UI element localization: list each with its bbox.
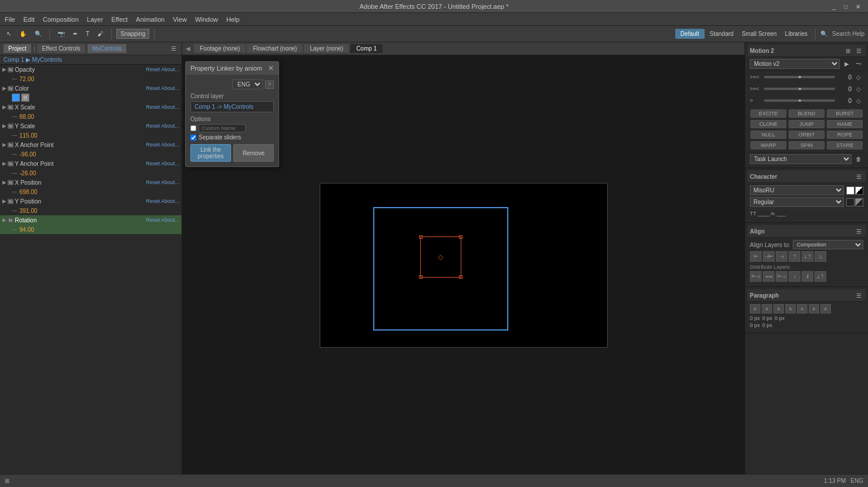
comp-nav-left[interactable]: ◀ [186, 45, 190, 52]
expand-yscale[interactable]: ▶ [2, 123, 6, 129]
start-btn[interactable]: ⊞ [5, 478, 9, 484]
menu-composition[interactable]: Composition [43, 16, 79, 23]
dist-5-btn[interactable]: ⇕ [802, 271, 813, 282]
close-btn[interactable]: ✕ [853, 2, 863, 12]
menu-animation[interactable]: Animation [136, 16, 165, 23]
align-hcenter-btn[interactable]: ⊣⊢ [763, 251, 775, 262]
para-justify3-btn[interactable]: ≡ [809, 304, 819, 313]
help-btn[interactable]: ? [265, 81, 274, 89]
opacity-about[interactable]: About... [161, 66, 179, 72]
remove-btn[interactable]: Remove [233, 144, 274, 162]
mixed-color-swatch[interactable] [855, 186, 863, 195]
xanchor-about[interactable]: About... [161, 142, 179, 148]
footage-tab[interactable]: Footage (none) [194, 44, 246, 53]
menu-view[interactable]: View [173, 16, 187, 23]
color-swatch[interactable] [12, 94, 20, 102]
opacity-reset[interactable]: Reset [146, 66, 160, 72]
dist-4-btn[interactable]: ↕ [789, 271, 800, 282]
align-vcenter-btn[interactable]: ⊥⊤ [802, 251, 813, 262]
rope-btn[interactable]: ROPE [827, 131, 863, 139]
slider-keyframe-btn-2[interactable]: ◇ [854, 84, 863, 94]
small-screen-workspace-btn[interactable]: Small Screen [739, 29, 779, 39]
expand-rotation[interactable]: ▶ [2, 217, 6, 223]
yscale-reset[interactable]: Reset [146, 123, 160, 129]
stare-btn[interactable]: STARE [827, 141, 863, 149]
stroke-color-swatch[interactable] [846, 198, 854, 206]
panel-menu-btn[interactable]: ☰ [169, 44, 178, 54]
align-to-select[interactable]: Composition [793, 240, 863, 249]
menu-effect[interactable]: Effect [111, 16, 128, 23]
para-align-right-btn[interactable]: ≡ [773, 304, 784, 313]
color-chain-icon[interactable]: ⛓ [21, 94, 29, 102]
menu-layer[interactable]: Layer [87, 16, 103, 23]
xanchor-reset[interactable]: Reset [146, 142, 160, 148]
menu-edit[interactable]: Edit [24, 16, 35, 23]
yanchor-value[interactable]: -26.00 [19, 170, 36, 176]
yscale-about[interactable]: About... [161, 123, 179, 129]
separate-sliders-checkbox[interactable] [190, 135, 196, 141]
motion2-expand-btn[interactable]: ⊞ [843, 46, 853, 55]
yanchor-about[interactable]: About... [161, 161, 179, 166]
control-layer-value[interactable]: Comp 1 -> MyControls [190, 101, 274, 112]
hand-tool[interactable]: ✋ [16, 29, 29, 39]
camera-tool[interactable]: 📷 [55, 29, 68, 39]
align-right-btn[interactable]: ⊣ [776, 251, 787, 262]
ypos-reset[interactable]: Reset [146, 198, 160, 204]
comp1-tab[interactable]: Comp 1 [350, 44, 383, 53]
motion-slider-2[interactable] [764, 88, 835, 90]
lang-select[interactable]: ENG [232, 79, 263, 89]
xpos-value[interactable]: 698.00 [19, 189, 38, 195]
excite-btn[interactable]: EXCITE [750, 109, 786, 118]
expand-xanchor[interactable]: ▶ [2, 142, 6, 148]
xscale-reset[interactable]: Reset [146, 104, 160, 110]
stroke-mixed-swatch[interactable] [855, 198, 863, 206]
text-color-swatch[interactable] [846, 186, 854, 195]
clone-btn[interactable]: CLONE [750, 120, 786, 128]
ypos-about[interactable]: About... [161, 198, 179, 204]
yscale-value[interactable]: 115.00 [19, 132, 38, 139]
text-tool[interactable]: T [83, 29, 92, 39]
rotation-about[interactable]: About... [161, 217, 179, 223]
project-tab[interactable]: Project [4, 44, 31, 53]
expand-xpos[interactable]: ▶ [2, 179, 6, 185]
motion-version-select[interactable]: Motion v2 [750, 59, 840, 69]
menu-file[interactable]: File [5, 16, 15, 23]
handle-br[interactable] [459, 275, 463, 279]
handle-bl[interactable] [419, 275, 423, 279]
align-menu-btn[interactable]: ☰ [854, 226, 863, 236]
my-controls-tab[interactable]: MyControls [88, 44, 127, 53]
layer-tab[interactable]: Layer (none) [304, 44, 349, 53]
minimize-btn[interactable]: _ [829, 2, 839, 12]
custom-name-input[interactable] [199, 124, 246, 132]
xscale-value[interactable]: 88.00 [19, 114, 34, 120]
motion-slider-1[interactable] [764, 76, 835, 78]
select-tool[interactable]: ↖ [4, 29, 14, 39]
ypos-value[interactable]: 391.00 [19, 208, 38, 214]
custom-name-checkbox[interactable] [190, 125, 196, 131]
xscale-about[interactable]: About... [161, 104, 179, 110]
menu-help[interactable]: Help [226, 16, 240, 23]
default-workspace-btn[interactable]: Default [675, 29, 705, 39]
dist-2-btn[interactable]: ⟺ [763, 271, 775, 282]
expand-ypos[interactable]: ▶ [2, 198, 6, 204]
rotation-reset[interactable]: Reset [146, 217, 160, 223]
para-justify2-btn[interactable]: ≡ [797, 304, 807, 313]
maximize-btn[interactable]: □ [841, 2, 850, 12]
warp-btn[interactable]: WARP [750, 141, 786, 149]
opacity-value[interactable]: 72.00 [19, 76, 34, 82]
yanchor-reset[interactable]: Reset [146, 161, 160, 166]
rotation-value[interactable]: 94.00 [19, 226, 34, 233]
zoom-tool[interactable]: 🔍 [32, 29, 45, 39]
expand-xscale[interactable]: ▶ [2, 104, 6, 110]
xpos-reset[interactable]: Reset [146, 179, 160, 185]
align-left-btn[interactable]: ⊢ [750, 251, 762, 262]
libraries-workspace-btn[interactable]: Libraries [782, 29, 810, 39]
expand-yanchor[interactable]: ▶ [2, 161, 6, 166]
font-select[interactable]: MisoRU [750, 185, 844, 195]
null-btn[interactable]: NULL [750, 131, 786, 139]
name-btn[interactable]: NAME [827, 120, 863, 128]
dist-3-btn[interactable]: ⊢⊣ [776, 271, 787, 282]
para-menu-btn[interactable]: ☰ [854, 291, 863, 300]
dialog-close-btn[interactable]: ✕ [268, 64, 274, 72]
para-align-left-btn[interactable]: ≡ [750, 304, 760, 313]
